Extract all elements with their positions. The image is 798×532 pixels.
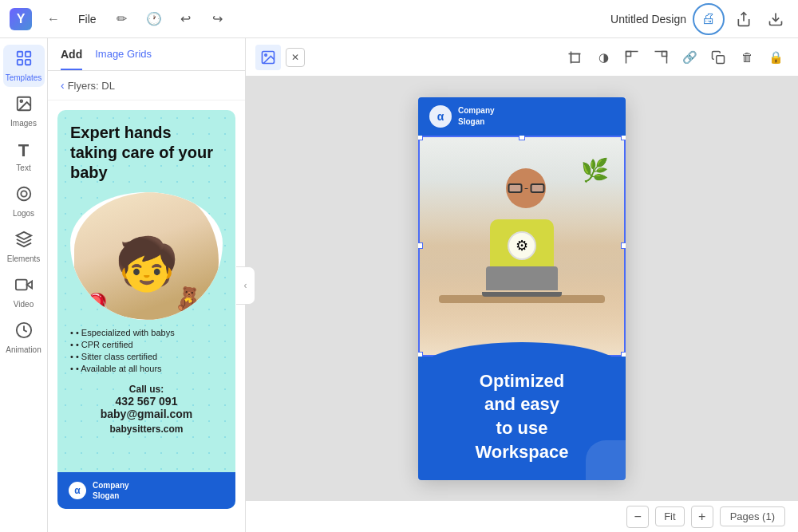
template-list: Expert hands taking care of your baby 🧒 … <box>48 100 245 532</box>
template-title: Expert hands taking care of your baby <box>70 123 223 183</box>
svg-rect-5 <box>25 60 30 65</box>
link-button[interactable]: 🔗 <box>677 45 702 70</box>
video-icon <box>15 276 33 298</box>
main-layout: Templates Images T Text Log <box>0 38 798 532</box>
templates-panel: Add Image Grids ‹ Flyers: DL Expert hand… <box>48 38 246 532</box>
edit-icon-button[interactable]: ✏ <box>109 6 135 32</box>
svg-rect-11 <box>15 280 26 290</box>
canvas-toolbar: ✕ ◑ <box>246 38 798 77</box>
design-canvas: α CompanySlogan <box>418 97 626 480</box>
svg-rect-15 <box>571 53 580 62</box>
svg-rect-3 <box>25 52 30 57</box>
zoom-out-button[interactable]: − <box>626 506 649 528</box>
undo-button[interactable]: ↩ <box>173 6 199 32</box>
images-label: Images <box>10 119 37 128</box>
sidebar-item-elements[interactable]: Elements <box>3 226 45 268</box>
svg-marker-10 <box>26 281 31 288</box>
svg-point-7 <box>20 100 22 102</box>
topbar: Y ← File ✏ 🕐 ↩ ↪ Untitled Design 🖨 <box>0 0 798 38</box>
align-tr-button[interactable] <box>648 45 674 70</box>
canvas-area: ✕ ◑ <box>246 38 798 532</box>
align-tl-button[interactable] <box>619 45 645 70</box>
animation-label: Animation <box>6 345 41 354</box>
redo-button[interactable]: ↪ <box>205 6 231 32</box>
template-bullets: • Especialized with babys • CPR certifie… <box>70 328 223 376</box>
template-company-logo-icon: α <box>69 482 86 499</box>
print-button[interactable]: 🖨 <box>693 3 725 35</box>
images-icon <box>15 95 33 116</box>
template-company-name: CompanySlogan <box>93 480 129 501</box>
flyer-body: Optimized and easy to use Workspace <box>418 357 626 480</box>
download-button[interactable] <box>763 6 788 32</box>
animation-icon <box>15 321 33 343</box>
panel-wrapper: Add Image Grids ‹ Flyers: DL Expert hand… <box>48 38 246 532</box>
sidebar-item-logos[interactable]: Logos <box>3 180 45 223</box>
flyer-body-text: Optimized and easy to use Workspace <box>429 369 614 464</box>
svg-rect-4 <box>17 60 22 65</box>
elements-icon <box>15 231 33 252</box>
template-footer: α CompanySlogan <box>57 472 235 509</box>
crop-tool-button[interactable] <box>562 45 587 70</box>
breadcrumb-text: Flyers: DL <box>68 80 115 92</box>
text-icon: T <box>18 140 29 161</box>
sidebar-item-video[interactable]: Video <box>3 271 45 313</box>
delete-button[interactable]: 🗑 <box>734 45 760 70</box>
file-menu-button[interactable]: File <box>72 10 103 29</box>
tab-image-grids[interactable]: Image Grids <box>95 48 152 70</box>
template-card-babysitter[interactable]: Expert hands taking care of your baby 🧒 … <box>57 110 235 509</box>
svg-rect-22 <box>717 55 725 63</box>
image-tool-button[interactable] <box>255 45 281 70</box>
lock-button[interactable]: 🔒 <box>763 45 788 70</box>
template-contact: Call us: 432 567 091 baby@gmail.com baby… <box>70 384 223 435</box>
pages-button[interactable]: Pages (1) <box>720 506 785 526</box>
company-logo-icon: α <box>429 105 452 128</box>
company-logo-text: CompanySlogan <box>458 105 495 128</box>
zoom-fit-button[interactable]: Fit <box>655 506 684 526</box>
sidebar-item-text[interactable]: T Text <box>3 136 45 177</box>
left-sidebar: Templates Images T Text Log <box>0 38 48 532</box>
elements-label: Elements <box>7 254 41 263</box>
template-baby-image: 🧒 🧸 🪀 <box>70 192 223 320</box>
history-icon-button[interactable]: 🕐 <box>141 6 167 32</box>
flyer-design: α CompanySlogan <box>418 97 626 480</box>
zoom-in-button[interactable]: + <box>691 506 713 528</box>
svg-point-14 <box>265 53 267 56</box>
sidebar-item-templates[interactable]: Templates <box>3 45 45 87</box>
breadcrumb: ‹ Flyers: DL <box>48 71 245 100</box>
sidebar-item-animation[interactable]: Animation <box>3 317 45 359</box>
svg-rect-2 <box>17 52 22 57</box>
canvas-tool-right: ◑ 🔗 <box>562 45 788 70</box>
tab-add[interactable]: Add <box>61 48 82 70</box>
back-button[interactable]: ← <box>41 7 65 31</box>
share-button[interactable] <box>731 6 757 32</box>
sidebar-item-images[interactable]: Images <box>3 90 45 132</box>
logos-icon <box>15 185 33 207</box>
close-tool-button[interactable]: ✕ <box>286 48 305 67</box>
svg-rect-19 <box>662 51 667 56</box>
copy-button[interactable] <box>705 45 731 70</box>
text-label: Text <box>16 164 30 172</box>
panel-collapse-button[interactable]: ‹ <box>236 266 255 305</box>
breadcrumb-back-button[interactable]: ‹ <box>61 79 65 92</box>
canvas-workspace[interactable]: α CompanySlogan <box>246 77 798 500</box>
video-label: Video <box>14 300 34 309</box>
logos-label: Logos <box>13 209 34 218</box>
app-logo: Y <box>10 8 32 30</box>
flyer-header: α CompanySlogan <box>418 97 626 136</box>
svg-point-9 <box>21 191 26 196</box>
templates-icon <box>15 49 33 71</box>
design-title: Untitled Design <box>610 13 686 26</box>
templates-label: Templates <box>6 73 42 82</box>
svg-point-8 <box>17 187 30 201</box>
svg-rect-16 <box>626 51 631 56</box>
panel-tabs: Add Image Grids <box>48 38 245 71</box>
contrast-button[interactable]: ◑ <box>591 45 616 70</box>
flyer-photo: 🌿 <box>418 136 626 357</box>
photo-settings-icon[interactable]: ⚙ <box>508 231 536 260</box>
bottom-bar: − Fit + Pages (1) <box>246 500 798 532</box>
